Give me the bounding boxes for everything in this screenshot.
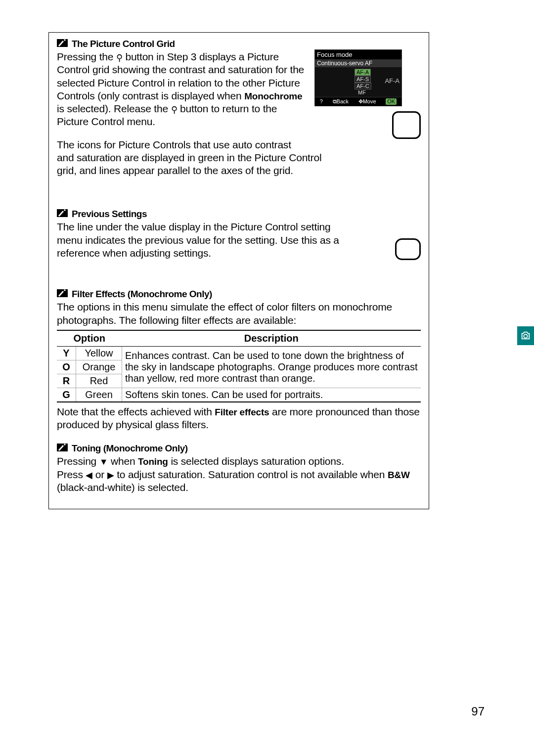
lcd-option: AF-A (355, 69, 371, 76)
heading-text: The Picture Control Grid (72, 39, 175, 49)
note-icon (57, 444, 68, 451)
lcd-body: AF-A AF-S AF-C MF AF-A (315, 67, 401, 97)
placeholder-box (392, 111, 421, 139)
lcd-option: AF-S (355, 76, 371, 83)
filter-description: Enhances contrast. Can be used to tone d… (122, 346, 421, 388)
section-filter-effects: Filter Effects (Monochrome Only) The opt… (57, 289, 421, 431)
table-row: Y Yellow Enhances contrast. Can be used … (57, 346, 421, 360)
paragraph: The line under the value display in the … (57, 221, 354, 260)
paragraph: The icons for Picture Controls that use … (57, 138, 334, 178)
down-arrow-icon: ▼ (99, 457, 108, 467)
paragraph: The options in this menu simulate the ef… (57, 301, 421, 327)
text: Note that the effects achieved with (57, 406, 215, 417)
filter-description: Softens skin tones. Can be used for port… (122, 388, 421, 402)
text: to adjust saturation. Saturation control… (114, 469, 388, 480)
heading-text: Previous Settings (72, 209, 147, 219)
lcd-figure-block: Focus mode Continuous-servo AF AF-A AF-S… (314, 49, 421, 139)
lcd-title: Focus mode (315, 50, 401, 59)
filter-code: Y (57, 346, 76, 360)
zoom-in-icon: ⚲ (171, 105, 178, 115)
left-arrow-icon: ◀ (86, 470, 92, 480)
lcd-option: MF (356, 89, 367, 95)
section-previous-settings: Previous Settings The line under the val… (57, 209, 421, 262)
lcd-subtitle: Continuous-servo AF (315, 59, 401, 67)
filter-name: Red (76, 374, 122, 388)
section-toning: Toning (Monochrome Only) Pressing ▼ when… (57, 443, 421, 494)
zoom-in-icon: ⚲ (116, 53, 123, 63)
filter-code: G (57, 388, 76, 402)
lcd-back-label: ⧉Back (333, 98, 349, 105)
table-header-option: Option (57, 330, 122, 347)
bold-term: Toning (138, 456, 168, 467)
lcd-option: AF-C (355, 83, 371, 89)
manual-page: The Picture Control Grid Focus mode Cont… (48, 32, 429, 509)
note-icon (57, 289, 68, 297)
section-picture-control-grid: The Picture Control Grid Focus mode Cont… (57, 39, 421, 177)
page-number: 97 (471, 705, 485, 718)
filter-effects-table: Option Description Y Yellow Enhances con… (57, 330, 421, 402)
lcd-move-label: ✥Move (358, 98, 376, 105)
text: or (92, 469, 107, 480)
paragraph: Note that the effects achieved with Filt… (57, 405, 421, 432)
filter-name: Green (76, 388, 122, 402)
filter-code: O (57, 360, 76, 374)
section-heading: The Picture Control Grid (57, 39, 421, 49)
note-icon (57, 39, 68, 47)
lcd-help-icon: ? (320, 98, 323, 105)
text: when (108, 455, 138, 467)
text: Pressing the (57, 51, 116, 62)
text: (black-and-white) is selected. (57, 482, 188, 493)
bold-term: Filter effects (215, 407, 269, 417)
placeholder-box (395, 238, 421, 260)
lcd-side-label: AF-A (385, 77, 400, 85)
lcd-ok-label: OK (386, 98, 397, 105)
paragraph: Pressing ▼ when Toning is selected displ… (57, 455, 421, 494)
svg-point-0 (524, 334, 527, 338)
section-heading: Toning (Monochrome Only) (57, 443, 421, 454)
note-icon (57, 209, 68, 217)
section-heading: Filter Effects (Monochrome Only) (57, 289, 421, 300)
table-row: G Green Softens skin tones. Can be used … (57, 388, 421, 402)
lcd-footer: ? ⧉Back ✥Move OK (315, 97, 401, 106)
placeholder-container (391, 238, 421, 260)
camera-lcd: Focus mode Continuous-servo AF AF-A AF-S… (314, 49, 402, 106)
table-header-description: Description (122, 330, 421, 347)
text: is selected). Release the (57, 103, 171, 114)
filter-code: R (57, 374, 76, 388)
bold-term: B&W (388, 470, 410, 480)
text: Pressing (57, 455, 99, 467)
bold-term: Monochrome (244, 91, 302, 101)
section-heading: Previous Settings (57, 209, 421, 220)
heading-text: Toning (Monochrome Only) (72, 443, 188, 453)
filter-name: Yellow (76, 346, 122, 360)
heading-text: Filter Effects (Monochrome Only) (72, 289, 212, 299)
right-arrow-icon: ▶ (107, 470, 114, 480)
text: Press (57, 469, 86, 480)
section-tab-camera-icon (517, 326, 534, 345)
text: is selected displays saturation options. (168, 455, 344, 467)
filter-name: Orange (76, 360, 122, 374)
